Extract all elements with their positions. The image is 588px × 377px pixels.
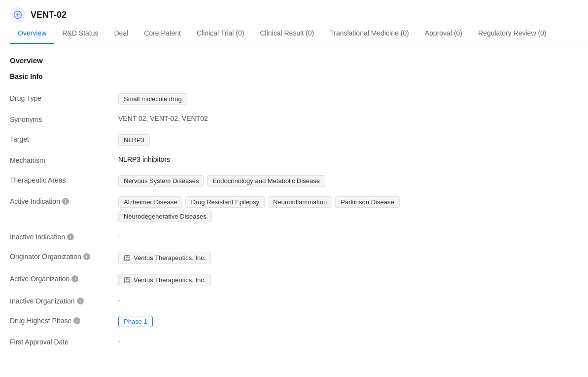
originator-org-value: Ventus Therapeutics, Inc. — [118, 252, 483, 264]
originator-org-badge: Ventus Therapeutics, Inc. — [118, 252, 211, 264]
first-approval-date-row: First Approval Date - — [10, 332, 483, 352]
therapeutic-areas-row: Therapeutic Areas Nervous System Disease… — [10, 170, 483, 191]
app-logo — [10, 7, 26, 23]
drug-type-value: Small molecule drug — [118, 93, 483, 105]
active-org-row: Active Organization i Ventus Therapeutic… — [10, 269, 483, 291]
building-icon — [124, 255, 131, 262]
inactive-indication-label: Inactive Indication i — [10, 232, 118, 241]
svg-rect-5 — [128, 259, 129, 260]
active-org-info-icon[interactable]: i — [71, 275, 78, 282]
drug-highest-phase-value: Phase 1 — [118, 316, 483, 327]
target-value: NLRP3 — [118, 134, 483, 146]
target-badge: NLRP3 — [118, 134, 150, 146]
indication-badge-2: Drug Resistant Epilepsy — [185, 196, 265, 208]
active-org-label: Active Organization i — [10, 274, 118, 283]
originator-org-label: Originator Organization i — [10, 252, 118, 261]
tab-core-patent[interactable]: Core Patent — [136, 23, 189, 44]
building-icon-2 — [124, 277, 131, 284]
drug-type-label: Drug Type — [10, 93, 118, 102]
drug-highest-phase-info-icon[interactable]: i — [73, 317, 80, 324]
inactive-indication-row: Inactive Indication i - — [10, 227, 483, 247]
inactive-org-row: Inactive Organization i - — [10, 291, 483, 311]
header: VENT-02 — [0, 0, 588, 23]
tab-translational-medicine[interactable]: Translational Medicine (0) — [322, 23, 417, 44]
therapeutic-area-badge-2: Endocrinology and Metabolic Disease — [207, 175, 325, 187]
tab-regulatory-review[interactable]: Regulatory Review (0) — [470, 23, 554, 44]
mechanism-row: Mechanism NLRP3 inhibitors — [10, 151, 483, 170]
originator-org-info-icon[interactable]: i — [83, 253, 90, 260]
svg-rect-3 — [128, 257, 129, 258]
inactive-org-info-icon[interactable]: i — [77, 298, 84, 304]
active-indication-info-icon[interactable]: i — [62, 198, 69, 205]
synonyms-value: VENT 02, VENT-02, VENT02 — [118, 114, 483, 122]
inactive-indication-info-icon[interactable]: i — [67, 233, 74, 240]
svg-rect-2 — [126, 257, 127, 258]
main-content: Overview Basic Info Drug Type Small mole… — [0, 44, 493, 364]
tab-bar: Overview R&D Status Deal Core Patent Cli… — [0, 23, 588, 44]
indication-badge-5: Neurodegenerative Diseases — [118, 211, 212, 222]
tab-clinical-trial[interactable]: Clinical Trial (0) — [189, 23, 252, 44]
synonyms-label: Synonyms — [10, 114, 118, 123]
active-org-badge: Ventus Therapeutics, Inc. — [118, 274, 211, 286]
first-approval-date-value: - — [118, 337, 483, 345]
svg-rect-12 — [126, 277, 128, 278]
active-indication-label: Active Indication i — [10, 196, 118, 205]
tab-rd-status[interactable]: R&D Status — [54, 23, 106, 44]
drug-highest-phase-label: Drug Highest Phase i — [10, 316, 118, 325]
basic-info-title: Basic Info — [10, 73, 483, 80]
therapeutic-areas-value: Nervous System Diseases Endocrinology an… — [118, 175, 483, 187]
app-title: VENT-02 — [31, 10, 67, 20]
therapeutic-area-badge-1: Nervous System Diseases — [118, 175, 204, 187]
tab-overview[interactable]: Overview — [10, 23, 54, 44]
indication-badge-1: Alzheimer Disease — [118, 196, 182, 208]
phase-badge: Phase 1 — [118, 316, 153, 327]
svg-rect-10 — [126, 281, 127, 282]
target-label: Target — [10, 134, 118, 143]
synonyms-row: Synonyms VENT 02, VENT-02, VENT02 — [10, 110, 483, 129]
svg-rect-8 — [126, 279, 127, 280]
indication-badge-4: Parkinson Disease — [335, 196, 399, 208]
inactive-indication-value: - — [118, 232, 483, 240]
svg-rect-9 — [128, 279, 129, 280]
inactive-org-label: Inactive Organization i — [10, 296, 118, 305]
svg-rect-11 — [128, 281, 129, 282]
svg-rect-6 — [126, 255, 128, 256]
originator-org-row: Originator Organization i Ventus Therape… — [10, 247, 483, 269]
first-approval-date-label: First Approval Date — [10, 337, 118, 346]
active-indication-row: Active Indication i Alzheimer Disease Dr… — [10, 191, 483, 227]
active-org-value: Ventus Therapeutics, Inc. — [118, 274, 483, 286]
therapeutic-areas-label: Therapeutic Areas — [10, 175, 118, 184]
drug-type-badge: Small molecule drug — [118, 93, 187, 105]
mechanism-label: Mechanism — [10, 155, 118, 164]
active-indication-value: Alzheimer Disease Drug Resistant Epileps… — [118, 196, 483, 222]
drug-highest-phase-row: Drug Highest Phase i Phase 1 — [10, 311, 483, 332]
svg-rect-4 — [126, 259, 127, 260]
tab-approval[interactable]: Approval (0) — [417, 23, 470, 44]
inactive-org-value: - — [118, 296, 483, 304]
overview-title: Overview — [10, 56, 483, 65]
indication-badge-3: Neuroinflammation — [268, 196, 332, 208]
tab-deal[interactable]: Deal — [106, 23, 137, 44]
mechanism-value: NLRP3 inhibitors — [118, 155, 483, 163]
drug-type-row: Drug Type Small molecule drug — [10, 88, 483, 110]
tab-clinical-result[interactable]: Clinical Result (0) — [252, 23, 322, 44]
target-row: Target NLRP3 — [10, 129, 483, 151]
